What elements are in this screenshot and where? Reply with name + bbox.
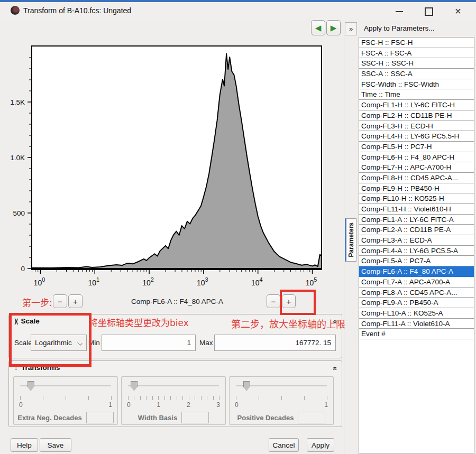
min-input[interactable]: [102, 335, 196, 351]
parameter-item[interactable]: Comp-FL3-A :: ECD-A: [359, 235, 474, 246]
histogram-plot: 10010110210310410505001.0K1.5K: [11, 42, 338, 293]
svg-text:0: 0: [21, 265, 25, 273]
axis-zoom-in-left-button[interactable]: +: [68, 294, 83, 308]
plus-icon: +: [73, 297, 78, 306]
app-icon: [11, 6, 20, 15]
minimize-button[interactable]: [391, 6, 407, 17]
slider-label: Extra Neg. Decades: [17, 414, 81, 422]
slider-ticks: [20, 396, 111, 400]
parameter-item[interactable]: Comp-FL5-A :: PC7-A: [359, 256, 474, 266]
svg-text:105: 105: [306, 276, 317, 287]
parameters-tab[interactable]: Parameters: [345, 218, 356, 262]
slider-handle[interactable]: [28, 381, 34, 391]
extra-neg-decades-input[interactable]: [86, 412, 114, 423]
close-button[interactable]: ✕: [450, 6, 466, 17]
extra-neg-decades-slider-box: 01 Extra Neg. Decades: [13, 376, 118, 425]
max-input[interactable]: [214, 335, 336, 351]
parameter-item[interactable]: Comp-FL9-A :: PB450-A: [359, 298, 474, 308]
parameter-item[interactable]: FSC-H :: FSC-H: [359, 38, 474, 48]
parameter-item[interactable]: Comp-FL4-H :: LY-6G PC5.5-H: [359, 131, 474, 142]
parameter-item[interactable]: Comp-FL1-H :: LY-6C FITC-H: [359, 100, 474, 110]
svg-text:103: 103: [197, 276, 208, 287]
svg-text:102: 102: [142, 276, 154, 287]
maximize-button[interactable]: [421, 6, 437, 17]
parameter-item[interactable]: Comp-FL8-H :: CD45 APC-A...: [359, 173, 474, 183]
width-basis-input[interactable]: [181, 412, 209, 423]
parameter-item[interactable]: Comp-FL2-H :: CD11B PE-H: [359, 110, 474, 121]
max-label: Max: [199, 339, 213, 347]
minus-icon: −: [58, 297, 62, 306]
step1-annotation: 第一步:: [22, 295, 52, 309]
parameter-item[interactable]: FSC-Width :: FSC-Width: [359, 79, 474, 90]
axis-zoom-out-right-button[interactable]: −: [267, 294, 280, 308]
double-chevron-icon: »: [349, 25, 353, 33]
svg-text:100: 100: [34, 276, 45, 287]
parameter-item[interactable]: Comp-FL7-A :: APC-A700-A: [359, 277, 474, 288]
step2-annotation: 第二步，放大坐标轴的上限: [231, 317, 345, 330]
transforms-collapse-chevron-icon[interactable]: »: [330, 366, 338, 370]
next-arrow-icon: ▶: [331, 23, 337, 33]
parameter-item[interactable]: Comp-FL11-A :: Violet610-A: [359, 319, 474, 329]
next-sample-button[interactable]: ▶: [326, 20, 341, 35]
parameter-item[interactable]: Time :: Time: [359, 89, 474, 100]
parameter-item[interactable]: Comp-FL7-H :: APC-A700-H: [359, 162, 474, 173]
parameter-item[interactable]: Comp-FL4-A :: LY-6G PC5.5-A: [359, 246, 474, 256]
parameter-item[interactable]: Event #: [359, 329, 474, 339]
positive-decades-slider-box: 01 Positive Decades: [229, 376, 334, 425]
parameter-item[interactable]: SSC-A :: SSC-A: [359, 69, 474, 79]
slider-tick-labels: 0123: [127, 401, 220, 409]
svg-text:1.0K: 1.0K: [11, 154, 25, 162]
parameter-item[interactable]: FSC-A :: FSC-A: [359, 48, 474, 59]
parameter-list: FSC-H :: FSC-HFSC-A :: FSC-ASSC-H :: SSC…: [359, 37, 474, 454]
slider-ticks: [236, 396, 327, 400]
slider-track: [128, 385, 219, 386]
parameters-tab-label: Parameters: [347, 223, 355, 257]
slider-ticks: [128, 396, 219, 400]
slider-handle[interactable]: [131, 381, 138, 391]
axis-zoom-out-left-button[interactable]: −: [53, 294, 67, 308]
svg-text:104: 104: [251, 276, 263, 287]
panel-expander-button[interactable]: »: [345, 22, 357, 35]
parameter-item[interactable]: SSC-H :: SSC-H: [359, 58, 474, 69]
cancel-button[interactable]: Cancel: [269, 438, 299, 452]
parameter-item[interactable]: Comp-FL10-H :: KO525-H: [359, 193, 474, 204]
parameter-item[interactable]: Comp-FL11-H :: Violet610-H: [359, 204, 474, 215]
minimize-icon: [396, 11, 403, 12]
parameter-item[interactable]: Comp-FL9-H :: PB450-H: [359, 183, 474, 194]
slider-tick-labels: 01: [235, 401, 328, 409]
parameter-item[interactable]: Comp-FL5-H :: PC7-H: [359, 142, 474, 152]
help-button[interactable]: Help: [11, 438, 38, 452]
apply-button[interactable]: Apply: [307, 438, 334, 452]
maximize-icon: [425, 7, 433, 16]
slider-tick-labels: 01: [19, 401, 112, 409]
parameter-item[interactable]: Comp-FL1-A :: LY-6C FITC-A: [359, 215, 474, 225]
x-axis-title: Comp-FL6-A :: F4_80 APC-A: [85, 298, 270, 305]
svg-text:1.5K: 1.5K: [11, 98, 25, 106]
parameter-item[interactable]: Comp-FL6-A :: F4_80 APC-A: [359, 266, 474, 277]
slider-handle[interactable]: [243, 381, 250, 391]
apply-to-parameters-header: Apply to Parameters...: [364, 24, 435, 32]
prev-arrow-icon: ◀: [315, 23, 322, 33]
parameter-item[interactable]: Comp-FL3-H :: ECD-H: [359, 121, 474, 132]
slider-label: Width Basis: [138, 414, 177, 422]
positive-decades-input[interactable]: [298, 412, 325, 423]
parameter-item[interactable]: Comp-FL6-H :: F4_80 APC-H: [359, 152, 474, 163]
minus-icon: −: [271, 297, 276, 306]
width-basis-slider-box: 0123 Width Basis: [121, 376, 226, 425]
panel-divider: [344, 21, 344, 454]
svg-text:500: 500: [13, 209, 25, 217]
change-axis-annotation: 将坐标轴类型更改为biex: [89, 316, 189, 329]
parameter-item[interactable]: Comp-FL8-A :: CD45 APC-A...: [359, 288, 474, 298]
parameter-item[interactable]: Comp-FL2-A :: CD11B PE-A: [359, 225, 474, 235]
parameter-item[interactable]: Comp-FL10-A :: KO525-A: [359, 308, 474, 319]
highlight-box-scale-dropdown: [9, 313, 91, 367]
close-icon: ✕: [454, 7, 461, 16]
window-title: Transform of B-A10.fcs: Ungated: [23, 6, 131, 15]
prev-sample-button[interactable]: ◀: [311, 20, 325, 35]
save-button[interactable]: Save: [40, 438, 71, 452]
slider-label: Positive Decades: [237, 414, 294, 422]
transforms-panel: ↕ Transforms » 01 Extra Neg. Decades 012…: [8, 360, 342, 427]
highlight-box-zoom-button: [280, 290, 316, 315]
svg-text:101: 101: [88, 276, 99, 287]
